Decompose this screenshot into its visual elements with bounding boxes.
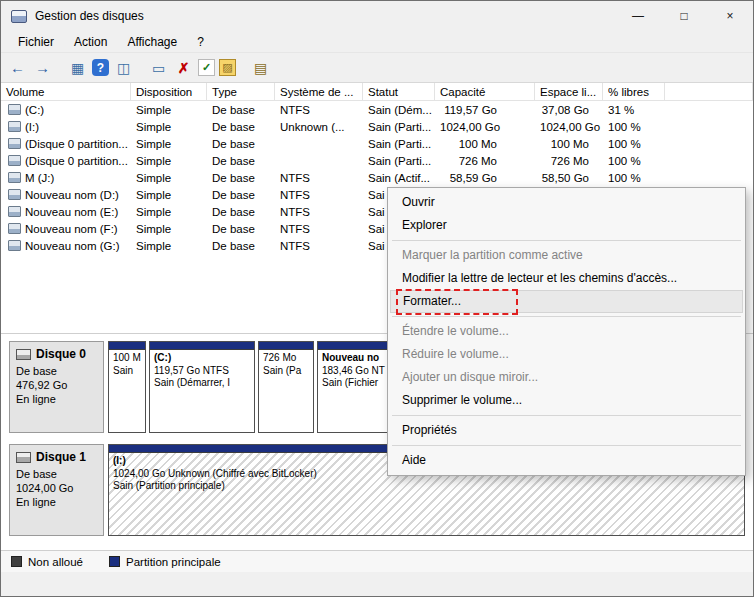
menu-aide[interactable]: ? (188, 33, 213, 51)
table-row-c[interactable]: (C:) Simple De base NTFS Sain (Dém... 11… (1, 101, 753, 118)
table-row-i[interactable]: (I:) Simple De base Unknown (... Sain (P… (1, 118, 753, 135)
menu-item-label: Formater... (403, 294, 461, 308)
explore-folder-icon[interactable]: ▨ (219, 59, 236, 76)
volume-icon (8, 172, 21, 183)
menu-item-formater[interactable]: Formater... (390, 290, 743, 313)
cell-filesystem: NTFS (275, 223, 363, 235)
disk-status: En ligne (16, 392, 97, 406)
action-pane-icon[interactable]: ◫ (113, 57, 134, 78)
menu-item-explorer[interactable]: Explorer (390, 214, 743, 237)
menu-action[interactable]: Action (65, 33, 116, 51)
cell-disposition: Simple (131, 189, 207, 201)
partition-recovery[interactable]: 726 Mo Sain (Pa (258, 341, 314, 433)
disk-size: 1024,00 Go (16, 481, 97, 495)
cell-capacite: 726 Mo (435, 155, 535, 167)
views-icon[interactable]: ▤ (250, 57, 271, 78)
menu-item-reduire-volume: Réduire le volume... (390, 343, 743, 366)
cell-filesystem: NTFS (275, 240, 363, 252)
dialog-icon[interactable]: ▭ (148, 57, 169, 78)
primary-partition-color-swatch (109, 556, 120, 567)
partition-system-reserved[interactable]: 100 M Sain (108, 341, 146, 433)
cell-type: De base (207, 240, 275, 252)
volume-icon (8, 206, 21, 217)
menubar: Fichier Action Affichage ? (1, 31, 753, 53)
table-row-disk0-partition2[interactable]: (Disque 0 partition... Simple De base Sa… (1, 152, 753, 169)
table-row-disk0-partition1[interactable]: (Disque 0 partition... Simple De base Sa… (1, 135, 753, 152)
column-header-filesystem[interactable]: Système de ... (275, 83, 363, 101)
column-header-statut[interactable]: Statut (363, 83, 435, 101)
back-icon[interactable]: ← (7, 57, 28, 78)
cell-statut: Sain (Parti... (363, 121, 435, 133)
disk-1-info-panel[interactable]: Disque 1 De base 1024,00 Go En ligne (9, 444, 104, 536)
cell-capacite: 119,57 Go (435, 104, 535, 116)
partition-color-stripe (109, 342, 145, 350)
menu-affichage[interactable]: Affichage (118, 33, 186, 51)
disk-status: En ligne (16, 495, 97, 509)
column-header-libres[interactable]: % libres (603, 83, 665, 101)
menu-item-supprimer-volume[interactable]: Supprimer le volume... (390, 389, 743, 412)
column-header-capacite[interactable]: Capacité (435, 83, 535, 101)
cell-type: De base (207, 138, 275, 150)
cell-disposition: Simple (131, 121, 207, 133)
cell-libres: 100 % (603, 138, 665, 150)
legend-label: Non alloué (28, 556, 83, 568)
menu-item-proprietes[interactable]: Propriétés (390, 419, 743, 442)
menu-item-aide[interactable]: Aide (390, 449, 743, 472)
volume-name: Nouveau nom (G:) (25, 240, 120, 252)
delete-volume-icon[interactable]: ✗ (173, 57, 194, 78)
partition-line: 726 Mo (263, 352, 309, 365)
volume-name: Nouveau nom (D:) (25, 189, 119, 201)
console-tree-icon[interactable]: ▦ (67, 57, 88, 78)
volume-name: M (J:) (25, 172, 54, 184)
disk-0-info-panel[interactable]: Disque 0 De base 476,92 Go En ligne (9, 341, 104, 433)
cell-statut: Sain (Parti... (363, 138, 435, 150)
table-row-m-j[interactable]: M (J:) Simple De base NTFS Sain (Actif..… (1, 169, 753, 186)
table-header: Volume Disposition Type Système de ... S… (1, 83, 753, 101)
check-document-icon[interactable]: ✓ (198, 59, 215, 76)
forward-icon[interactable]: → (32, 57, 53, 78)
column-header-volume[interactable]: Volume (1, 83, 131, 101)
volume-name: Nouveau nom (E:) (25, 206, 118, 218)
menu-fichier[interactable]: Fichier (9, 33, 63, 51)
cell-statut: Sain (Dém... (363, 104, 435, 116)
volume-name: (I:) (25, 121, 39, 133)
close-button[interactable]: × (707, 1, 753, 31)
cell-type: De base (207, 155, 275, 167)
column-header-type[interactable]: Type (207, 83, 275, 101)
partition-color-stripe (150, 342, 254, 350)
partition-c[interactable]: (C:) 119,57 Go NTFS Sain (Démarrer, I (149, 341, 255, 433)
cell-type: De base (207, 223, 275, 235)
minimize-button[interactable]: — (615, 1, 661, 31)
partition-line: Sain (Pa (263, 365, 309, 378)
partition-line: Sain (Démarrer, I (154, 377, 250, 390)
volume-name: (C:) (25, 104, 44, 116)
volume-name: Nouveau nom (F:) (25, 223, 118, 235)
partition-line: 100 M (113, 352, 141, 365)
cell-libres: 100 % (603, 172, 665, 184)
cell-disposition: Simple (131, 104, 207, 116)
cell-capacite: 58,59 Go (435, 172, 535, 184)
help-icon[interactable]: ? (92, 59, 109, 76)
column-header-disposition[interactable]: Disposition (131, 83, 207, 101)
partition-line: Sain (113, 365, 141, 378)
disk-label: Disque 1 (36, 450, 86, 464)
volume-icon (8, 121, 21, 132)
menu-item-ouvrir[interactable]: Ouvrir (390, 191, 743, 214)
volume-name: (Disque 0 partition... (25, 138, 128, 150)
legend-bar: Non alloué Partition principale (1, 550, 753, 572)
cell-type: De base (207, 206, 275, 218)
partition-color-stripe (259, 342, 313, 350)
cell-disposition: Simple (131, 206, 207, 218)
volume-icon (8, 189, 21, 200)
cell-capacite: 100 Mo (435, 138, 535, 150)
cell-type: De base (207, 189, 275, 201)
maximize-button[interactable]: □ (661, 1, 707, 31)
menu-item-modifier-lettre[interactable]: Modifier la lettre de lecteur et les che… (390, 267, 743, 290)
legend-primary-partition: Partition principale (109, 556, 221, 568)
cell-disposition: Simple (131, 138, 207, 150)
column-header-espace[interactable]: Espace li... (535, 83, 603, 101)
menu-separator (392, 240, 741, 241)
context-menu: Ouvrir Explorer Marquer la partition com… (387, 187, 746, 476)
cell-statut: Sain (Actif... (363, 172, 435, 184)
column-header-filler (665, 83, 753, 101)
